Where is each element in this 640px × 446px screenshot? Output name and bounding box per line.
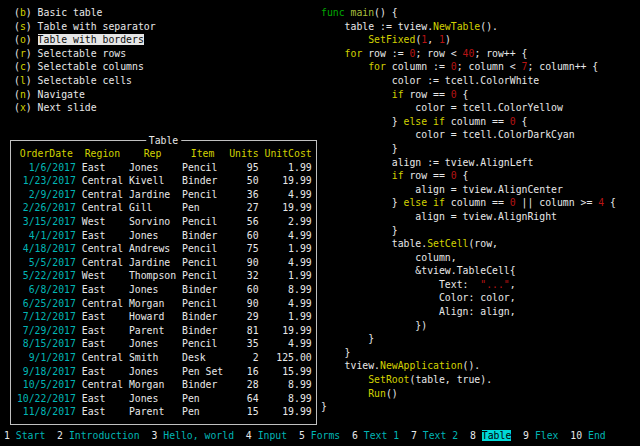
table-cell: Parent	[129, 324, 176, 338]
column-header: UnitCost	[265, 147, 312, 161]
table-cell: 7/29/2017	[17, 324, 76, 338]
menu-key-paren-close: )	[26, 48, 38, 59]
menu-item-label: Next slide	[38, 102, 97, 113]
table-row: 1/6/2017EastJonesPencil951.99	[11, 161, 312, 175]
table-cell: Jones	[129, 161, 176, 175]
table-cell: Central	[82, 242, 123, 256]
table-cell: West	[82, 269, 123, 283]
table-cell: Thompson	[129, 269, 176, 283]
table-cell: 90	[229, 297, 258, 311]
table-cell: 4.99	[265, 297, 312, 311]
table-cell: Gill	[129, 201, 176, 215]
table-cell: 1.99	[265, 161, 312, 175]
orders-table: Table OrderDateRegionRepItemUnitsUnitCos…	[10, 140, 317, 425]
slide-menu: (b) Basic table(s) Table with separator(…	[14, 6, 156, 115]
code-line: func main() {	[321, 6, 616, 20]
slide-number: 1	[4, 430, 16, 441]
table-cell: 8.99	[265, 378, 312, 392]
table-cell: Jones	[129, 229, 176, 243]
table-cell: 3/15/2017	[17, 215, 76, 229]
table-cell: Jardine	[129, 188, 176, 202]
table-cell: Central	[82, 188, 123, 202]
table-cell: 28	[229, 378, 258, 392]
column-header: Rep	[129, 147, 176, 161]
table-cell: 1/6/2017	[17, 161, 76, 175]
column-header: OrderDate	[17, 147, 76, 161]
menu-item-s[interactable]: (s) Table with separator	[14, 20, 156, 34]
code-line: for column := 0; column < 7; column++ {	[321, 60, 616, 74]
slide-tab-text-2[interactable]: 7 Text 2	[411, 430, 458, 441]
table-cell: 90	[229, 256, 258, 270]
table-cell: Howard	[129, 310, 176, 324]
menu-item-l[interactable]: (l) Selectable cells	[14, 74, 156, 88]
code-line: Run()	[321, 387, 616, 401]
table-cell: 5/5/2017	[17, 256, 76, 270]
slide-tab-hello-world[interactable]: 3 Hello, world	[151, 430, 234, 441]
table-cell: Pen Set	[182, 365, 223, 379]
table-row: 1/23/2017CentralKivellBinder5019.99	[11, 174, 312, 188]
slide-tab-forms[interactable]: 5 Forms	[299, 430, 340, 441]
menu-key-paren-close: )	[26, 102, 38, 113]
table-cell: Pen	[182, 201, 223, 215]
menu-item-o[interactable]: (o) Table with borders	[14, 33, 156, 47]
slide-label: Table	[482, 430, 512, 441]
table-row: 6/8/2017EastJonesBinder608.99	[11, 283, 312, 297]
table-row: 7/12/2017EastHowardBinder291.99	[11, 310, 312, 324]
slide-tab-flex[interactable]: 9 Flex	[523, 430, 558, 441]
code-line: Text: "...",	[321, 278, 616, 292]
table-cell: Binder	[182, 174, 223, 188]
table-row: 9/18/2017EastJonesPen Set1615.99	[11, 365, 312, 379]
slide-tab-start[interactable]: 1 Start	[4, 430, 45, 441]
table-cell: Pencil	[182, 161, 223, 175]
table-cell: Pencil	[182, 242, 223, 256]
slide-label: Start	[16, 430, 46, 441]
menu-item-b[interactable]: (b) Basic table	[14, 6, 156, 20]
table-cell: Central	[82, 201, 123, 215]
table-cell: Sorvino	[129, 215, 176, 229]
table-cell: 75	[229, 242, 258, 256]
table-row: 3/15/2017WestSorvinoPencil562.99	[11, 215, 312, 229]
slide-label: Introduction	[69, 430, 140, 441]
table-cell: East	[82, 229, 123, 243]
menu-item-label: Selectable cells	[38, 75, 132, 86]
table-cell: 6/25/2017	[17, 297, 76, 311]
slide-number: 3	[151, 430, 163, 441]
menu-key-paren-close: )	[26, 7, 38, 18]
menu-item-n[interactable]: (n) Navigate	[14, 88, 156, 102]
table-cell: 19.99	[265, 405, 312, 419]
menu-key-paren-close: )	[26, 21, 38, 32]
table-cell: Pencil	[182, 256, 223, 270]
table-row: 2/26/2017CentralGillPen2719.99	[11, 201, 312, 215]
slide-tab-table[interactable]: 8 Table	[470, 430, 511, 441]
table-cell: 10/22/2017	[17, 392, 76, 406]
table-cell: 2	[229, 351, 258, 365]
slide-number: 7	[411, 430, 423, 441]
slide-tab-text-1[interactable]: 6 Text 1	[352, 430, 399, 441]
table-cell: East	[82, 392, 123, 406]
table-cell: 2/9/2017	[17, 188, 76, 202]
menu-item-x[interactable]: (x) Next slide	[14, 101, 156, 115]
table-cell: 95	[229, 161, 258, 175]
code-line: if row == 0 {	[321, 88, 616, 102]
slide-tab-input[interactable]: 4 Input	[246, 430, 287, 441]
table-cell: 2.99	[265, 215, 312, 229]
table-cell: East	[82, 324, 123, 338]
table-cell: 2/26/2017	[17, 201, 76, 215]
slide-tab-introduction[interactable]: 2 Introduction	[57, 430, 140, 441]
table-cell: 29	[229, 310, 258, 324]
table-cell: 1.99	[265, 269, 312, 283]
table-cell: East	[82, 337, 123, 351]
table-cell: 64	[229, 392, 258, 406]
code-line: table.SetCell(row,	[321, 237, 616, 251]
slide-number: 6	[352, 430, 364, 441]
table-row: 5/22/2017WestThompsonPencil321.99	[11, 269, 312, 283]
table-cell: 1.99	[265, 242, 312, 256]
table-row: 5/5/2017CentralJardinePencil904.99	[11, 256, 312, 270]
table-cell: Kivell	[129, 174, 176, 188]
slide-tab-end[interactable]: 10 End	[570, 430, 605, 441]
menu-key-paren-close: )	[26, 89, 38, 100]
menu-item-c[interactable]: (c) Selectable columns	[14, 60, 156, 74]
menu-item-r[interactable]: (r) Selectable rows	[14, 47, 156, 61]
table-cell: 6/8/2017	[17, 283, 76, 297]
status-bar: 1 Start 2 Introduction 3 Hello, world 4 …	[4, 429, 606, 443]
